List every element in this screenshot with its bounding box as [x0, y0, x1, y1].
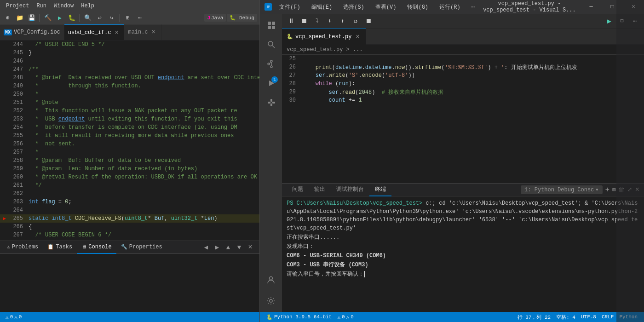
menu-item-help[interactable]: Help [77, 1, 98, 11]
bottom-tab-properties[interactable]: 🔧 Properties [116, 241, 167, 254]
debug-panel-layout[interactable]: ⊟ [616, 16, 627, 27]
svg-rect-6 [268, 26, 271, 29]
vscode-menu-view[interactable]: 查看(V) [372, 2, 400, 12]
bottom-panel-nav-down[interactable]: ▼ [235, 243, 244, 252]
toolbar-perspective-java[interactable]: J Java [204, 14, 226, 22]
vsc-status-language[interactable]: Python [616, 314, 640, 320]
vscode-tab-close[interactable]: × [354, 33, 361, 40]
toolbar-btn-perspective[interactable]: ⊞ [122, 13, 133, 23]
vsc-status-python[interactable]: 🐍 Python 3.9.5 64-bit [264, 314, 334, 320]
terminal-close[interactable]: × [635, 186, 639, 194]
debug-stop2[interactable]: ⏹ [363, 16, 374, 27]
code-line-251: 251 * @note [0, 98, 259, 107]
terminal-add[interactable]: + [605, 186, 610, 194]
vscode-btn-close[interactable]: × [623, 0, 644, 14]
vscode-code-editor[interactable]: 25 26 print(datetime.datetime.now().strf… [282, 55, 644, 183]
terminal-trash[interactable]: 🗑 [618, 186, 625, 194]
toolbar-btn-open[interactable]: 📁 [14, 13, 25, 23]
svg-rect-4 [268, 22, 271, 25]
terminal-content[interactable]: PS C:\Users\Naisu\Desktop\vcp_speed_test… [282, 196, 644, 312]
toolbar: ⊕ 📁 💾 🔨 ▶ 🐛 🔍 ↩ ↪ ⊞ ⋯ J Java 🐛 Debug [0, 12, 259, 24]
menu-item-window[interactable]: Window [50, 1, 77, 11]
vscode-menu-edit[interactable]: 编辑(E) [308, 2, 336, 12]
tab-usbd-cdc[interactable]: usbd_cdc_if.c × [64, 24, 125, 40]
terminal-dropdown-label: 1: Python Debug Consc [524, 187, 594, 193]
terminal-dropdown[interactable]: 1: Python Debug Consc ▾ [521, 185, 602, 194]
terminal-tab-output[interactable]: 输出 [309, 184, 331, 196]
code-line-255: 255 * it will result in receiving more d… [0, 132, 259, 140]
vscode-tab-label: vcp_speed_test.py [295, 34, 351, 40]
debug-continue[interactable]: ⏸ [286, 16, 297, 27]
activity-search[interactable] [262, 35, 280, 54]
activity-settings[interactable] [262, 292, 280, 310]
debug-step-over[interactable]: ⤵ [311, 16, 322, 27]
activity-git[interactable] [262, 55, 280, 73]
terminal-maximize[interactable]: ⤢ [627, 186, 632, 193]
bottom-tab-problems[interactable]: ⚠ Problems [2, 241, 43, 254]
terminal-split[interactable]: ⊞ [612, 186, 615, 193]
status-warnings: 0 [351, 314, 354, 320]
terminal-tab-problems[interactable]: 问题 [287, 184, 309, 196]
toolbar-perspective-debug[interactable]: 🐛 Debug [227, 14, 257, 22]
terminal-controls: 1: Python Debug Consc ▾ + ⊞ 🗑 ⤢ × [521, 185, 639, 194]
bottom-panel-close[interactable]: × [246, 243, 255, 252]
activity-explorer[interactable] [262, 16, 280, 34]
bottom-panel-nav-up[interactable]: ▲ [224, 243, 233, 252]
bottom-panel-nav-fwd[interactable]: ▶ [213, 243, 222, 252]
bottom-tab-tasks[interactable]: 📋 Tasks [43, 241, 77, 254]
toolbar-btn-build[interactable]: 🔨 [42, 13, 53, 23]
debug-stop[interactable]: ⏹ [299, 16, 310, 27]
vscode-menu-select[interactable]: 选择(S) [339, 2, 368, 12]
toolbar-btn-run[interactable]: ▶ [54, 13, 65, 23]
toolbar-btn-save[interactable]: 💾 [26, 13, 37, 23]
activity-debug[interactable]: 1 [262, 74, 280, 92]
vscode-btn-maximize[interactable]: □ [602, 0, 623, 14]
toolbar-btn-debug[interactable]: 🐛 [66, 13, 77, 23]
terminal-tab-terminal[interactable]: 终端 [369, 184, 391, 196]
vsc-status-errors[interactable]: ⚠ 0 △ 0 [334, 314, 356, 320]
vsc-status-spaces[interactable]: 空格: 4 [553, 314, 578, 321]
vscode-menu-run[interactable]: 运行(R) [436, 2, 464, 12]
vscode-menu-file[interactable]: 文件(F) [276, 2, 304, 12]
menu-item-project[interactable]: Project [2, 1, 33, 11]
debug-run-btn[interactable]: ▶ [604, 16, 615, 27]
tab-mainc[interactable]: main.c × [124, 24, 161, 40]
tab-vcpconfig[interactable]: MX VCP_Config.ioc [0, 24, 64, 40]
vsc-status-encoding[interactable]: UTF-8 [578, 314, 599, 320]
vscode-tab-file[interactable]: 🐍 vcp_speed_test.py × [282, 29, 366, 45]
vscode-btn-minimize[interactable]: ─ [581, 0, 602, 14]
vsc-status-line[interactable]: 行 37，列 22 [515, 314, 554, 321]
tab-bar: MX VCP_Config.ioc usbd_cdc_if.c × main.c… [0, 24, 259, 40]
terminal-tab-debug-console[interactable]: 调试控制台 [331, 184, 369, 196]
status-problems[interactable]: ⚠ 0 △ 0 [4, 314, 23, 320]
python-file-icon: 🐍 [287, 34, 293, 40]
vsc-status-line-ending[interactable]: CRLF [599, 314, 616, 320]
code-line-260: 260 * @retval Result of the operation: U… [0, 173, 259, 181]
svg-line-9 [272, 46, 275, 48]
code-editor[interactable]: 244 /* USER CODE END 5 */ 245 } 246 247 [0, 40, 259, 241]
debug-restart[interactable]: ↺ [350, 16, 361, 27]
toolbar-btn-more[interactable]: ⋯ [134, 13, 145, 23]
mainc-tab-close[interactable]: × [150, 29, 157, 36]
debug-more[interactable]: ⋯ [629, 16, 640, 27]
toolbar-btn-search[interactable]: 🔍 [82, 13, 93, 23]
menu-item-run[interactable]: Run [33, 1, 50, 11]
bottom-tab-console[interactable]: 🖥 Console [77, 241, 116, 254]
debug-step-into[interactable]: ⬇ [324, 16, 335, 27]
toolbar-btn-redo[interactable]: ↪ [106, 13, 117, 23]
usbd-tab-close[interactable]: × [113, 29, 120, 36]
bottom-panel-nav-back[interactable]: ◀ [201, 243, 211, 252]
usbd-tab-label: usbd_cdc_if.c [68, 29, 111, 36]
vscode-menu-goto[interactable]: 转到(G) [403, 2, 432, 12]
vscode-menu-more[interactable]: ⋯ [468, 2, 478, 12]
activity-extensions[interactable] [262, 93, 280, 112]
toolbar-btn-new[interactable]: ⊕ [2, 13, 13, 23]
toolbar-btn-undo[interactable]: ↩ [94, 13, 105, 23]
code-line-258: 258 * @param Buf: Buffer of data to be r… [0, 156, 259, 165]
code-line-248: 248 * @brief Data received over USB OUT … [0, 74, 259, 82]
bottom-panel: ⚠ Problems 📋 Tasks 🖥 Console 🔧 [0, 241, 259, 312]
code-line-250: 250 * [0, 90, 259, 98]
code-line-246: 246 [0, 57, 259, 65]
debug-step-out[interactable]: ⬆ [337, 16, 348, 27]
activity-account[interactable] [262, 270, 280, 289]
